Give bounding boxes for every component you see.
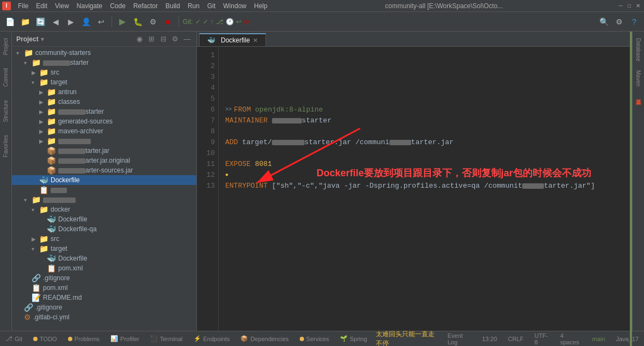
database-tab[interactable]: Database xyxy=(634,36,642,64)
tree-item-maven-archiver[interactable]: ▶ 📁 maven-archiver xyxy=(12,126,196,136)
menu-window[interactable]: Window xyxy=(219,1,250,11)
dev-tools-tab[interactable]: 开发者工具 xyxy=(634,93,643,97)
tree-item-antrun[interactable]: ▶ 📁 antrun xyxy=(12,87,196,97)
services-status-item[interactable]: Services xyxy=(298,335,331,343)
tree-item-target[interactable]: ▾ 📁 target xyxy=(12,77,196,87)
panel-settings-btn[interactable]: ⚙ xyxy=(170,34,180,44)
run-with-coverage[interactable]: ⚙ xyxy=(146,15,159,28)
tree-item-gitignore1[interactable]: 🔗 .gitignore xyxy=(12,273,196,283)
tree-item-communi-starter[interactable]: ▾ 📁 starter xyxy=(12,58,196,67)
project-panel-dropdown[interactable]: ▾ xyxy=(41,35,44,43)
menu-code[interactable]: Code xyxy=(106,1,129,11)
panel-expand-btn[interactable]: ⊞ xyxy=(146,34,156,44)
charset-item[interactable]: UTF-8 xyxy=(532,331,552,347)
time-item[interactable]: 13:20 xyxy=(480,335,499,343)
project-sidebar-tab[interactable]: Project xyxy=(2,36,10,57)
tree-item-dockerfile-selected[interactable]: 🐳 Dockerfile xyxy=(12,175,196,185)
menu-help[interactable]: Help xyxy=(250,1,271,11)
expand-arrow: ▶ xyxy=(39,89,47,95)
tree-item-jar1[interactable]: 📦 tarter.jar xyxy=(12,146,196,156)
tree-item-dockerfile2[interactable]: 🐳 Dockerfile xyxy=(12,214,196,224)
menu-edit[interactable]: Edit xyxy=(32,1,51,11)
problems-status-item[interactable]: Problems xyxy=(66,335,102,343)
menu-navigate[interactable]: Navigate xyxy=(73,1,106,11)
tree-item-src2[interactable]: ▶ 📁 src xyxy=(12,234,196,244)
tree-item-docker-folder[interactable]: ▾ 📁 docker xyxy=(12,205,196,214)
tree-item-jar2[interactable]: 📦 arter.jar.original xyxy=(12,156,196,165)
tree-item-con[interactable]: ▾ 📁 xyxy=(12,195,196,205)
expand-arrow: ▶ xyxy=(39,138,47,144)
yml-icon: ⚙ xyxy=(24,313,31,322)
debug-button[interactable]: 🐛 xyxy=(131,15,144,28)
tree-item-gitlab-ci[interactable]: ⚙ .gitlab-ci.yml xyxy=(12,312,196,322)
code-area[interactable]: >> FROM openjdk:8-alpine MAINTAINER star… xyxy=(219,47,632,331)
menu-build[interactable]: Build xyxy=(162,1,184,11)
git-status-item[interactable]: ⎇ Git xyxy=(3,334,24,343)
tree-label: Dockerfile xyxy=(58,255,87,262)
minimize-button[interactable]: ─ xyxy=(617,2,624,10)
forward-button[interactable]: ▶ xyxy=(64,15,77,28)
menu-file[interactable]: File xyxy=(14,1,32,11)
tree-item-classes[interactable]: ▶ 📁 classes xyxy=(12,97,196,107)
tree-item-pom3[interactable]: 📋 pom.xml xyxy=(12,283,196,293)
back-button[interactable]: ◀ xyxy=(49,15,62,28)
favorites-sidebar-tab[interactable]: Favorites xyxy=(2,133,10,159)
tree-item-generated-sources[interactable]: ▶ 📁 generated-sources xyxy=(12,116,196,126)
maximize-button[interactable]: □ xyxy=(626,2,633,10)
settings-button[interactable]: ⚙ xyxy=(612,15,626,28)
menu-refactor[interactable]: Refactor xyxy=(129,1,162,11)
event-log-item[interactable]: Event Log xyxy=(445,331,474,347)
menu-view[interactable]: View xyxy=(51,1,73,11)
expand-arrow: ▶ xyxy=(39,119,47,125)
indent-item[interactable]: 4 spaces xyxy=(558,331,584,347)
dependencies-status-item[interactable]: 📦 Dependencies xyxy=(238,334,290,343)
maven-tab[interactable]: Maven xyxy=(634,68,642,89)
dockerfile-tab[interactable]: 🐳 Dockerfile ✕ xyxy=(199,33,266,46)
tree-item-jar3[interactable]: 📦 arter-sources.jar xyxy=(12,165,196,175)
run-button[interactable]: ▶ xyxy=(116,15,129,28)
user-button[interactable]: 👤 xyxy=(79,15,92,28)
undo-button[interactable]: ↩ xyxy=(95,15,108,28)
tree-label: README.md xyxy=(43,294,82,301)
panel-locate-btn[interactable]: ◉ xyxy=(134,34,144,44)
folder-icon: 📁 xyxy=(32,58,41,67)
commit-sidebar-tab[interactable]: Commit xyxy=(2,66,10,89)
menu-git[interactable]: Git xyxy=(203,1,219,11)
structure-sidebar-tab[interactable]: Structure xyxy=(2,98,10,125)
tab-close-button[interactable]: ✕ xyxy=(253,37,258,44)
tree-item-community-starters[interactable]: ▾ 📁 community-starters xyxy=(12,48,196,58)
help-icon-button[interactable]: ? xyxy=(628,15,641,28)
terminal-status-item[interactable]: ⬛ Terminal xyxy=(148,334,185,343)
java-version-item[interactable]: Java_17 xyxy=(614,335,641,343)
tree-item-dockerfile3[interactable]: 🐳 Dockerfile xyxy=(12,254,196,263)
tree-item-commur-starter[interactable]: ▶ 📁 starter xyxy=(12,107,196,116)
tree-item-readme[interactable]: 📝 README.md xyxy=(12,293,196,302)
tree-item-target2[interactable]: ▾ 📁 target xyxy=(12,244,196,254)
search-everywhere-button[interactable]: 🔍 xyxy=(597,15,610,28)
tree-item-dockerfile-qa[interactable]: 🐳 Dockerfile-qa xyxy=(12,224,196,234)
git-icon: 🔗 xyxy=(32,274,41,282)
sync-button[interactable]: 🔄 xyxy=(34,15,47,28)
tree-item-gitignore2[interactable]: 🔗 .gitignore xyxy=(12,302,196,312)
stop-button[interactable]: ■ xyxy=(162,15,175,28)
crlf-item[interactable]: CRLF xyxy=(506,335,526,343)
panel-collapse-btn[interactable]: ⊟ xyxy=(158,34,168,44)
tree-item-maven-sta[interactable]: ▶ 📁 xyxy=(12,136,196,146)
profiler-status-item[interactable]: 📊 Profiler xyxy=(108,334,141,343)
open-button[interactable]: 📁 xyxy=(18,15,32,28)
branch-item[interactable]: main xyxy=(590,335,608,343)
xml-icon: 📋 xyxy=(39,186,48,194)
tree-item-src[interactable]: ▶ 📁 src xyxy=(12,67,196,77)
close-button[interactable]: ✕ xyxy=(634,2,642,10)
tree-item-pom-blurred[interactable]: 📋 xyxy=(12,185,196,195)
todo-status-item[interactable]: TODO xyxy=(31,335,59,343)
spring-status-item[interactable]: 🌱 Spring xyxy=(338,334,369,343)
tree-label: community-starters xyxy=(35,49,91,57)
menu-run[interactable]: Run xyxy=(184,1,203,11)
new-file-button[interactable]: 📄 xyxy=(3,15,16,28)
endpoints-status-item[interactable]: ⚡ Endpoints xyxy=(191,334,232,343)
entrypoint-keyword: ENTRYPOINT xyxy=(225,181,268,191)
panel-close-btn[interactable]: — xyxy=(182,34,192,44)
tree-item-pom2[interactable]: 📋 pom.xml xyxy=(12,263,196,273)
jar-icon: 📦 xyxy=(47,146,56,155)
